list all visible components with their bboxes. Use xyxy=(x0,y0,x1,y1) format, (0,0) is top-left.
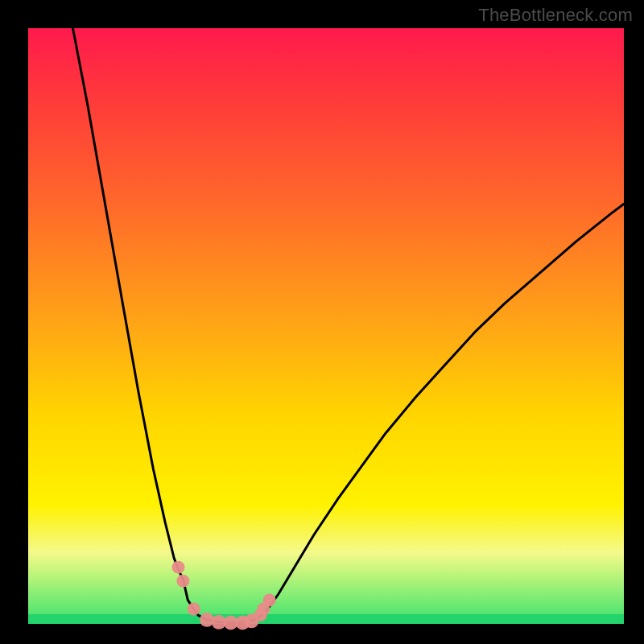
bottleneck-curve xyxy=(73,28,625,623)
plot-area xyxy=(28,28,624,624)
marker-cluster-right xyxy=(254,593,276,621)
marker-dot xyxy=(172,561,185,574)
attribution-text: TheBottleneck.com xyxy=(478,5,633,26)
curve-svg xyxy=(28,28,624,624)
marker-dot xyxy=(176,575,189,588)
marker-dot xyxy=(188,603,200,616)
marker-dot xyxy=(200,613,214,627)
marker-dot xyxy=(263,593,276,606)
chart-frame: TheBottleneck.com xyxy=(0,0,644,644)
marker-cluster-valley xyxy=(200,613,259,630)
